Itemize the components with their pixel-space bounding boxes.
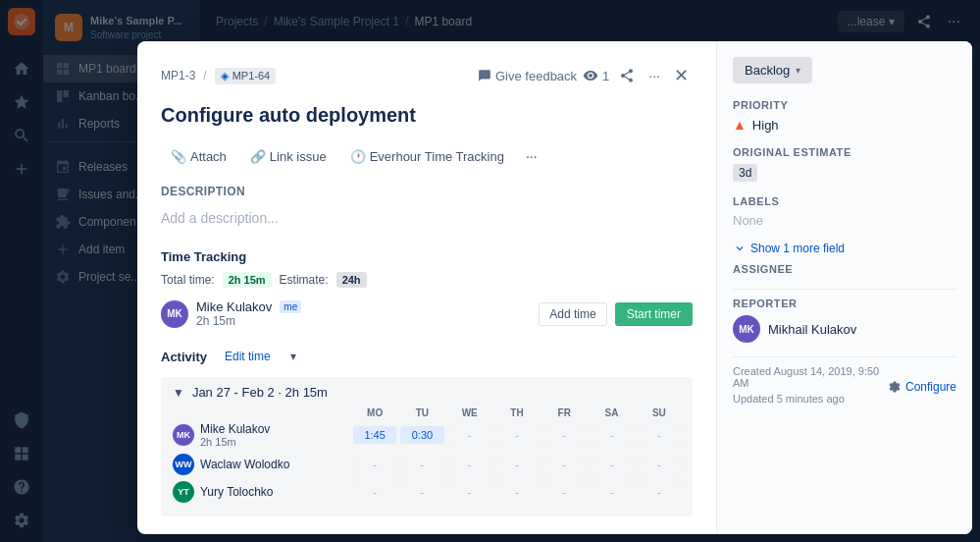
spacer: [173, 407, 349, 418]
description-section: Description Add a description...: [161, 185, 693, 230]
reporter-avatar: MK: [733, 315, 760, 343]
status-label: Backlog: [745, 63, 790, 78]
modal-icon-badge: ◈: [221, 70, 229, 82]
modal-toolbar: 📎 Attach 🔗 Link issue 🕐 Everhour Time Tr…: [161, 143, 693, 169]
week-grid: MO TU WE TH FR SA SU MK Mike Kulakov 2h …: [161, 407, 693, 516]
user-avatar: MK: [161, 300, 188, 328]
week-user-row: YT Yury Tolochko -------: [173, 481, 681, 503]
week-cell: -: [590, 483, 633, 501]
everhour-label: Everhour Time Tracking: [370, 149, 504, 164]
total-time-value: 2h 15m: [223, 272, 272, 288]
labels-value: None: [733, 213, 956, 228]
week-range-label: Jan 27 - Feb 2 · 2h 15m: [192, 385, 328, 400]
user-info: MK Mike Kulakov me 2h 15m: [161, 299, 301, 328]
time-tracking-section: Time Tracking Total time: 2h 15m Estimat…: [161, 249, 693, 328]
modal-id2-badge[interactable]: ◈ MP1-64: [215, 68, 277, 84]
give-feedback-button[interactable]: Give feedback: [478, 69, 577, 83]
reporter-name: Mikhail Kulakov: [768, 322, 856, 337]
week-user-avatar: MK: [173, 424, 194, 446]
reporter-row: MK Mikhail Kulakov: [733, 315, 956, 343]
week-cell: -: [542, 483, 586, 501]
watch-number: 1: [602, 69, 609, 83]
link-icon: 🔗: [250, 149, 266, 164]
week-cell[interactable]: 0:30: [400, 426, 443, 444]
week-cell: -: [400, 456, 443, 473]
meta-actions: Created August 14, 2019, 9:50 AM Updated…: [733, 365, 956, 408]
configure-section: Configure: [888, 380, 956, 394]
user-time: 2h 15m: [196, 314, 301, 328]
week-user-name: Waclaw Wolodko: [200, 458, 289, 471]
labels-label: Labels: [733, 195, 956, 207]
modal-more-button[interactable]: ···: [645, 64, 664, 87]
week-user-info: YT Yury Tolochko: [173, 481, 349, 503]
week-header[interactable]: ▼ Jan 27 - Feb 2 · 2h 15m: [161, 377, 693, 407]
divider2: [733, 356, 956, 357]
day-mo: MO: [353, 407, 396, 418]
week-cell: -: [448, 483, 491, 501]
show-more-fields[interactable]: Show 1 more field: [733, 242, 956, 255]
priority-label: Priority: [733, 99, 956, 111]
divider: [733, 289, 956, 290]
modal-breadcrumb-sep: /: [203, 69, 206, 82]
day-su: SU: [638, 407, 681, 418]
attach-button[interactable]: 📎 Attach: [161, 144, 236, 169]
week-toggle-icon: ▼: [173, 386, 184, 400]
user-details: Mike Kulakov me 2h 15m: [196, 299, 301, 328]
day-tu: TU: [400, 407, 443, 418]
activity-dropdown-button[interactable]: ▾: [288, 348, 298, 365]
week-user-time: 2h 15m: [200, 436, 270, 448]
start-timer-button[interactable]: Start timer: [615, 302, 693, 326]
modal-close-button[interactable]: ✕: [670, 61, 693, 90]
week-cell: -: [400, 483, 443, 501]
feedback-label: Give feedback: [495, 69, 577, 83]
modal-id1[interactable]: MP1-3: [161, 69, 195, 82]
week-cell: -: [448, 456, 491, 473]
configure-link[interactable]: Configure: [905, 380, 956, 394]
day-we: WE: [448, 407, 491, 418]
modal-breadcrumb: MP1-3 / ◈ MP1-64: [161, 68, 276, 84]
time-entry-user: MK Mike Kulakov me 2h 15m Add time Start…: [161, 299, 693, 328]
week-user-row: MK Mike Kulakov 2h 15m 1:450:30-----: [173, 422, 681, 448]
activity-label: Activity: [161, 350, 207, 364]
chevron-down-icon: ▾: [796, 65, 800, 76]
me-badge: me: [280, 300, 301, 313]
status-button[interactable]: Backlog ▾: [733, 57, 812, 83]
modal-header-actions: Give feedback 1 ··· ✕: [478, 61, 693, 90]
week-user-name: Yury Tolochko: [200, 485, 274, 499]
week-cell: -: [495, 483, 539, 501]
week-cell: -: [353, 456, 396, 473]
attach-label: Attach: [190, 149, 227, 164]
edit-time-button[interactable]: Edit time: [219, 348, 277, 365]
add-time-button[interactable]: Add time: [539, 302, 606, 326]
description-input[interactable]: Add a description...: [161, 206, 693, 230]
week-cell: -: [590, 456, 633, 473]
modal-right-panel: Backlog ▾ Priority ▲ High Original Estim…: [717, 41, 972, 534]
meta-info: Created August 14, 2019, 9:50 AM Updated…: [733, 365, 888, 408]
week-cell: -: [495, 456, 539, 473]
time-tracking-info: Total time: 2h 15m Estimate: 24h: [161, 272, 693, 288]
modal-id2: MP1-64: [232, 70, 271, 81]
attach-icon: 📎: [171, 149, 186, 164]
week-user-avatar: YT: [173, 481, 194, 503]
share-modal-button[interactable]: [615, 64, 639, 87]
day-th: TH: [495, 407, 539, 418]
everhour-icon: 🕐: [350, 149, 366, 164]
toolbar-more-button[interactable]: ···: [518, 143, 545, 169]
updated-text: Updated 5 minutes ago: [733, 393, 888, 405]
week-cell: -: [448, 426, 491, 444]
link-label: Link issue: [270, 149, 327, 164]
estimate-tag: 3d: [733, 164, 757, 182]
week-user-rows: MK Mike Kulakov 2h 15m 1:450:30----- WW …: [173, 422, 681, 503]
description-label: Description: [161, 185, 693, 198]
week-user-row: WW Waclaw Wolodko -------: [173, 454, 681, 475]
estimate-value: 3d: [733, 164, 956, 182]
labels-field: Labels None: [733, 195, 956, 228]
link-issue-button[interactable]: 🔗 Link issue: [240, 144, 336, 169]
week-cell[interactable]: 1:45: [353, 426, 396, 444]
week-cell: -: [542, 456, 586, 473]
total-time-label: Total time:: [161, 273, 215, 287]
everhour-button[interactable]: 🕐 Everhour Time Tracking: [340, 144, 514, 169]
week-user-info: MK Mike Kulakov 2h 15m: [173, 422, 349, 448]
activity-header: Activity Edit time ▾: [161, 348, 693, 365]
week-user-name: Mike Kulakov: [200, 422, 270, 436]
